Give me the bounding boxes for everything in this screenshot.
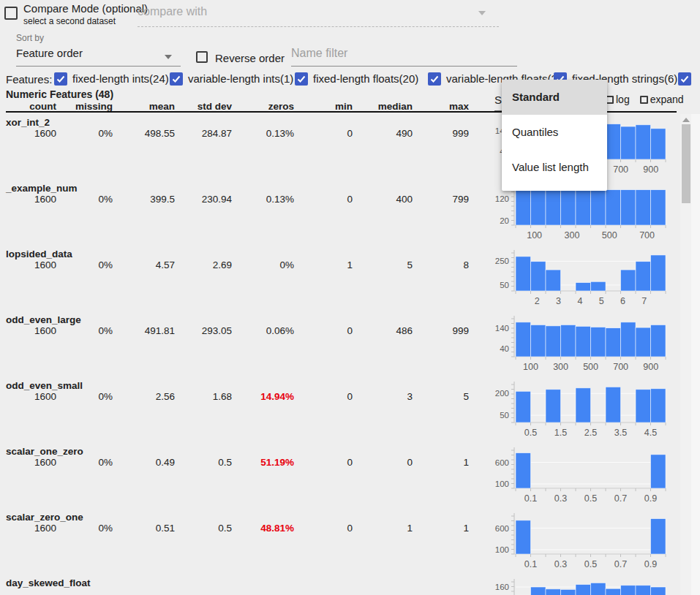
stat-mean: 0.49 <box>116 457 178 468</box>
checkbox-checked-icon[interactable] <box>295 72 308 86</box>
stat-stddev: 0.5 <box>178 457 235 468</box>
stat-min: 0 <box>297 457 355 468</box>
stat-max: 999 <box>415 128 472 139</box>
scrollbar-thumb[interactable] <box>682 124 690 203</box>
svg-text:100: 100 <box>527 230 542 240</box>
compare-with-placeholder: compare with <box>138 5 207 18</box>
svg-text:700: 700 <box>639 230 655 240</box>
svg-text:7: 7 <box>641 296 647 306</box>
compare-mode-checkbox[interactable] <box>4 7 18 20</box>
stat-zeros: 51.19% <box>235 457 297 468</box>
menu-item-standard[interactable]: Standard <box>502 80 607 115</box>
stat-stddev: 1.68 <box>178 391 235 402</box>
stat-max: 1 <box>415 457 472 468</box>
svg-text:160: 160 <box>495 583 509 591</box>
reverse-order-checkbox[interactable] <box>196 51 208 63</box>
stat-count: 1600 <box>0 391 59 402</box>
feature-type-fixed-ints[interactable]: fixed-length ints(24) <box>54 72 169 86</box>
chart-type-menu: Standard Quantiles Value list length <box>502 80 607 191</box>
svg-text:0.1: 0.1 <box>524 493 537 504</box>
stat-max: 1 <box>415 523 472 534</box>
svg-text:0.3: 0.3 <box>554 493 567 504</box>
feature-type-fixed-floats[interactable]: fixed-length floats(20) <box>295 72 418 86</box>
stat-median: 3 <box>355 391 415 402</box>
table-row: 1600 0% 491.81 293.05 0.06% 0 486 999 <box>0 325 472 336</box>
stat-max: 5 <box>415 391 472 402</box>
stat-count: 1600 <box>0 325 59 336</box>
stat-missing: 0% <box>59 259 116 270</box>
svg-text:500: 500 <box>583 362 598 372</box>
stat-max: 999 <box>415 325 472 336</box>
svg-text:4.5: 4.5 <box>644 428 657 438</box>
column-header-missing: missing <box>59 101 116 112</box>
svg-text:3: 3 <box>556 296 561 306</box>
histogram-chart: 6001000.10.30.50.70.9 <box>483 444 669 507</box>
column-header-count: count <box>0 101 59 112</box>
menu-item-quantiles[interactable]: Quantiles <box>502 115 607 150</box>
table-row: 1600 0% 399.5 230.94 0.13% 0 400 799 <box>0 194 472 205</box>
stat-mean: 491.81 <box>116 325 178 336</box>
svg-text:2.5: 2.5 <box>584 428 597 438</box>
svg-text:50: 50 <box>500 411 509 420</box>
svg-text:0.1: 0.1 <box>524 559 537 569</box>
svg-text:40: 40 <box>500 344 509 353</box>
expand-toggle[interactable]: expand <box>640 94 684 105</box>
svg-text:120: 120 <box>495 194 509 203</box>
svg-text:0.3: 0.3 <box>554 559 567 569</box>
svg-text:0.7: 0.7 <box>614 559 627 569</box>
feature-name: xor_int_2 <box>6 117 50 128</box>
checkbox-checked-icon[interactable] <box>170 72 183 86</box>
feature-type-variable-strings[interactable] <box>678 72 696 86</box>
svg-text:3.5: 3.5 <box>614 428 627 438</box>
menu-item-value-list-length[interactable]: Value list length <box>502 150 607 185</box>
svg-text:0.5: 0.5 <box>524 428 537 438</box>
stat-stddev: 284.87 <box>178 128 235 139</box>
stat-mean: 2.56 <box>116 391 178 402</box>
stat-zeros: 0.13% <box>235 194 297 205</box>
reverse-order-label: Reverse order <box>215 52 285 64</box>
table-row: 1600 0% 4.57 2.69 0% 1 5 8 <box>0 259 472 270</box>
svg-text:600: 600 <box>495 524 509 533</box>
checkbox-checked-icon[interactable] <box>678 72 691 86</box>
caret-down-icon <box>165 55 172 59</box>
stat-mean: 0.51 <box>116 523 178 534</box>
expand-label: expand <box>650 94 684 105</box>
compare-mode-subtitle: select a second dataset <box>23 16 116 26</box>
checkbox-checked-icon[interactable] <box>54 72 67 86</box>
sort-by-select[interactable]: Feature order <box>16 47 181 67</box>
caret-down-icon <box>478 11 486 15</box>
compare-with-select[interactable]: compare with <box>138 5 499 27</box>
checkbox-unchecked-icon[interactable] <box>640 96 648 104</box>
histogram-chart: 6001000.10.30.50.70.9 <box>483 510 669 573</box>
checkbox-checked-icon[interactable] <box>428 72 441 86</box>
svg-text:100: 100 <box>523 362 538 372</box>
svg-text:0.9: 0.9 <box>644 559 657 569</box>
sort-by-value: Feature order <box>16 47 83 59</box>
stat-zeros: 0.06% <box>235 325 297 336</box>
histogram-chart: 14040100300500700900 <box>483 313 669 376</box>
stat-min: 0 <box>297 523 355 534</box>
svg-text:300: 300 <box>553 362 568 372</box>
stat-max: 799 <box>415 194 472 205</box>
stat-missing: 0% <box>59 325 116 336</box>
stat-min: 0 <box>297 128 355 139</box>
stat-zeros: 0% <box>235 259 297 270</box>
features-label: Features: <box>6 73 52 86</box>
name-filter-input[interactable]: Name filter <box>291 47 517 67</box>
svg-text:4: 4 <box>577 296 582 306</box>
column-header-median: median <box>355 101 415 112</box>
column-header-mean: mean <box>116 101 178 112</box>
log-toggle[interactable]: log <box>606 94 630 105</box>
svg-text:50: 50 <box>500 281 509 289</box>
svg-text:0.5: 0.5 <box>584 493 597 504</box>
table-header-row: count missing mean std dev zeros min med… <box>0 101 472 112</box>
feature-name: lopsided_data <box>6 249 72 259</box>
name-filter-placeholder: Name filter <box>291 47 347 59</box>
svg-text:900: 900 <box>643 164 658 175</box>
feature-type-variable-ints[interactable]: variable-length ints(1) <box>170 72 293 86</box>
table-row: 1600 0% 0.49 0.5 51.19% 0 0 1 <box>0 457 472 468</box>
feature-name: day_skewed_float <box>6 577 91 588</box>
column-header-max: max <box>415 101 472 112</box>
column-header-zeros: zeros <box>235 101 297 112</box>
scroll-up-icon[interactable] <box>682 118 690 122</box>
